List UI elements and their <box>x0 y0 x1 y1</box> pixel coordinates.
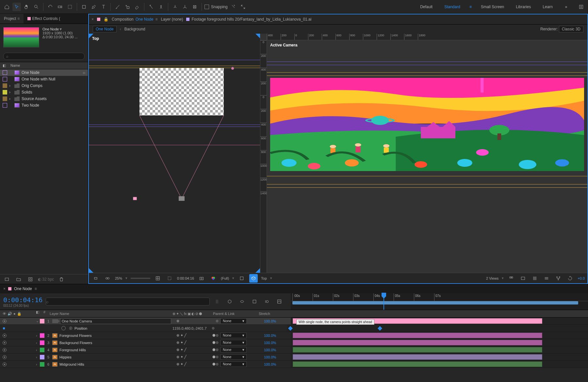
project-search-input[interactable] <box>3 53 85 60</box>
snapshot-icon[interactable] <box>197 274 206 283</box>
twirl-icon[interactable]: › <box>9 83 12 88</box>
roto-tool-icon[interactable] <box>147 3 155 11</box>
parent-pickwhip-icon[interactable]: ⊚ <box>216 340 219 345</box>
layer-label-swatch[interactable] <box>40 333 44 338</box>
workspace-learn[interactable]: Learn <box>540 3 555 10</box>
solo-col-icon[interactable]: ● <box>13 312 16 316</box>
graph-editor-icon[interactable] <box>275 297 284 306</box>
reset-exposure-icon[interactable] <box>566 274 574 283</box>
layer-duration-bar[interactable]: With single node, the camera points stra… <box>293 318 542 324</box>
close-tab-icon[interactable]: × <box>91 17 94 22</box>
3d-glasses-icon[interactable] <box>103 274 112 283</box>
shy-icon[interactable] <box>238 297 246 306</box>
parent-pickwhip-icon[interactable]: ⊚ <box>216 333 219 338</box>
interpret-footage-icon[interactable] <box>3 275 11 284</box>
project-item[interactable]: › Solids <box>0 89 88 95</box>
view-layout-dropdown[interactable]: Top <box>261 276 267 280</box>
fast-preview-icon[interactable] <box>531 274 539 283</box>
parent-pickwhip-icon[interactable]: ⊚ <box>216 362 219 366</box>
stretch-value[interactable]: 100.0% <box>261 319 291 323</box>
pen-tool-icon[interactable] <box>90 3 98 11</box>
channel-icon[interactable] <box>209 274 218 283</box>
flowchart-icon[interactable]: ⎄ <box>83 70 85 75</box>
draft-3d-icon[interactable] <box>225 297 234 306</box>
home-icon[interactable] <box>3 3 11 11</box>
pixel-aspect-icon[interactable] <box>519 274 527 283</box>
axis-local-icon[interactable] <box>171 3 179 11</box>
clone-tool-icon[interactable] <box>123 3 132 11</box>
effect-controls-tab[interactable]: Effect Controls ( <box>24 14 64 24</box>
visibility-toggle[interactable] <box>3 348 7 352</box>
video-col-icon[interactable]: 👁 <box>3 312 6 316</box>
visibility-toggle[interactable] <box>3 334 7 338</box>
roi-icon[interactable] <box>165 274 174 283</box>
grid-options-icon[interactable] <box>507 274 515 283</box>
layer-label-swatch[interactable] <box>40 355 44 359</box>
work-area-bar[interactable] <box>292 301 578 304</box>
layer-label-swatch[interactable] <box>40 348 44 352</box>
layer-label-swatch[interactable] <box>40 319 44 323</box>
project-item[interactable]: › Orig Comps <box>0 82 88 89</box>
stretch-value[interactable]: 100.0% <box>261 334 291 338</box>
close-timeline-tab-icon[interactable]: × <box>3 286 6 291</box>
layer-label-swatch[interactable] <box>40 340 44 345</box>
timeline-search-input[interactable] <box>46 298 210 305</box>
stretch-value[interactable]: 100.0% <box>261 362 291 366</box>
orbit-tool-icon[interactable] <box>46 3 55 11</box>
composition-tab[interactable]: Composition One Node ≡ <box>112 17 157 22</box>
footage-tab[interactable]: Footage foreground hills 20/Fantasy_land… <box>186 17 311 22</box>
workspace-standard[interactable]: Standard <box>442 3 463 10</box>
property-value[interactable]: 1155.0,480.0,-2401.7 <box>172 326 212 330</box>
lock-icon[interactable]: 🔒 <box>104 17 108 22</box>
current-time-display[interactable]: 0:00:04:16 <box>177 276 194 280</box>
lock-col-icon[interactable]: 🔒 <box>17 312 22 316</box>
project-item[interactable]: One Node with Null <box>0 76 88 82</box>
graph-toggle-icon[interactable]: ⦿ <box>69 326 73 330</box>
parent-pickwhip-icon[interactable]: ⊚ <box>216 348 219 352</box>
parent-dropdown[interactable]: None▾ <box>220 361 247 367</box>
parent-pickwhip-icon[interactable]: ⊚ <box>216 355 219 359</box>
visibility-toggle[interactable] <box>3 341 7 345</box>
current-time-indicator[interactable] <box>384 293 384 310</box>
workspace-grip-icon[interactable]: ≡ <box>469 5 472 9</box>
new-folder-icon[interactable] <box>14 275 23 284</box>
snapping-toggle[interactable]: Snapping <box>204 5 228 9</box>
parent-pickwhip-icon[interactable]: ⊚ <box>216 319 219 323</box>
resolution-icon[interactable] <box>154 274 162 283</box>
twirl-icon[interactable]: › <box>9 90 12 95</box>
audio-col-icon[interactable]: 🔊 <box>8 312 12 316</box>
layer-row[interactable]: › 4 AiForeground Hills ⊕ ✦ ╱ ⬢ ⊚None▾ 10… <box>0 346 588 354</box>
motion-blur-icon[interactable] <box>263 297 271 306</box>
stretch-value[interactable]: 100.0% <box>261 341 291 345</box>
label-col-header[interactable]: ◧ <box>36 310 41 317</box>
comp-mini-flowchart-icon[interactable] <box>213 297 221 306</box>
layer-duration-bar[interactable] <box>293 333 542 338</box>
layer-row[interactable]: › 5 AiHippies ⊕ ✦ ╱ ⬢ ⊚None▾ 100.0% <box>0 354 588 361</box>
workspace-default[interactable]: Default <box>417 3 435 10</box>
active-camera-view[interactable]: 400200020040060080010001200140016001800 … <box>260 34 587 273</box>
hand-tool-icon[interactable] <box>22 3 31 11</box>
visibility-toggle[interactable] <box>3 355 7 359</box>
3d-view-icon[interactable] <box>249 274 258 283</box>
breadcrumb-background[interactable]: Background <box>124 27 145 31</box>
exposure-value[interactable]: +0.0 <box>578 276 585 280</box>
stretch-col-header[interactable]: Stretch <box>257 310 287 317</box>
layer-tab[interactable]: Layer (none) <box>161 17 183 22</box>
zoom-level[interactable]: 25% <box>115 276 122 280</box>
pan-behind-tool-icon[interactable] <box>66 3 74 11</box>
frame-blend-icon[interactable] <box>250 297 259 306</box>
flowchart-icon[interactable] <box>554 274 563 283</box>
project-tab[interactable]: Project ≡ <box>0 14 24 24</box>
visibility-toggle[interactable] <box>3 319 7 323</box>
rectangle-tool-icon[interactable] <box>80 3 88 11</box>
layer-row[interactable]: › 3 AiBackground Flowers ⊕ ✦ ╱ ⬢ ⊚None▾ … <box>0 339 588 346</box>
layer-name-col-header[interactable]: Layer Name <box>48 310 172 317</box>
axis-world-icon[interactable] <box>181 3 189 11</box>
parent-dropdown[interactable]: None▾ <box>220 318 247 324</box>
new-comp-icon[interactable] <box>26 275 35 284</box>
twirl-icon[interactable]: › <box>9 96 12 101</box>
layer-duration-bar[interactable] <box>293 361 542 367</box>
num-views-dropdown[interactable]: 2 Views <box>486 276 498 280</box>
keyframe-icon[interactable] <box>288 326 293 331</box>
eraser-tool-icon[interactable] <box>133 3 141 11</box>
